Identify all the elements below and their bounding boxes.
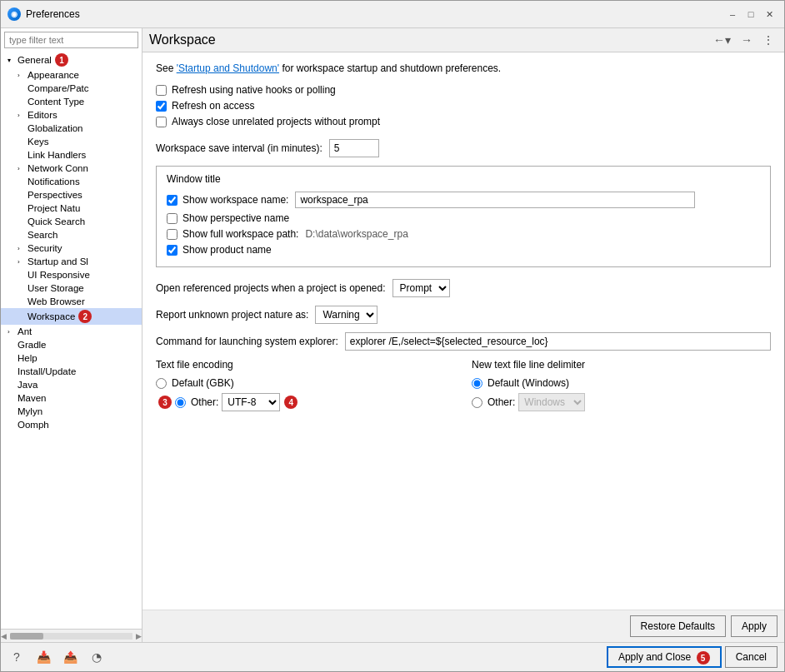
help-icon-btn[interactable]: ? bbox=[8, 648, 26, 666]
sidebar-item-java[interactable]: Java bbox=[1, 378, 142, 391]
import-icon-btn[interactable]: 📥 bbox=[34, 648, 52, 666]
sidebar-item-workspace[interactable]: Workspace 2 bbox=[1, 308, 142, 325]
sidebar-item-editors[interactable]: › Editors bbox=[1, 108, 142, 122]
sidebar-item-content-type[interactable]: Content Type bbox=[1, 95, 142, 108]
sidebar-label-workspace: Workspace bbox=[28, 311, 75, 321]
save-interval-input[interactable] bbox=[329, 139, 379, 157]
checkbox-show-workspace-name: Show workspace name: bbox=[167, 192, 760, 208]
sidebar-scrollbar[interactable]: ◀ ▶ bbox=[1, 629, 142, 642]
badge-5: 5 bbox=[697, 651, 710, 665]
window-title: Preferences bbox=[26, 8, 80, 20]
expand-arrow: ▾ bbox=[8, 57, 16, 64]
sidebar-label-startup: Startup and Sl bbox=[28, 256, 88, 266]
apply-button[interactable]: Apply bbox=[731, 615, 778, 637]
sidebar-label-maven: Maven bbox=[18, 393, 47, 403]
show-full-path-checkbox[interactable] bbox=[167, 229, 178, 240]
sidebar-item-link-handlers[interactable]: Link Handlers bbox=[1, 148, 142, 162]
checkbox-show-full-path: Show full workspace path: D:\data\worksp… bbox=[167, 228, 760, 240]
encoding-other-label: Other: bbox=[191, 396, 218, 408]
sidebar-label-general: General bbox=[18, 55, 52, 65]
sidebar-item-maven[interactable]: Maven bbox=[1, 391, 142, 405]
scroll-left-icon[interactable]: ◀ bbox=[1, 632, 7, 640]
expand-arrow-oomph bbox=[8, 421, 16, 429]
more-button[interactable]: ⋮ bbox=[759, 32, 778, 48]
back-button[interactable]: ←▾ bbox=[710, 32, 734, 48]
startup-shutdown-link[interactable]: 'Startup and Shutdown' bbox=[177, 62, 279, 74]
sidebar-item-keys[interactable]: Keys bbox=[1, 135, 142, 148]
refresh-native-checkbox[interactable] bbox=[156, 85, 167, 96]
refresh-access-checkbox[interactable] bbox=[156, 101, 167, 112]
restore-defaults-button[interactable]: Restore Defaults bbox=[630, 615, 726, 637]
forward-button[interactable]: → bbox=[738, 32, 756, 48]
sidebar-label-content-type: Content Type bbox=[28, 97, 84, 107]
show-workspace-name-checkbox[interactable] bbox=[167, 195, 178, 206]
maximize-button[interactable]: □ bbox=[742, 6, 759, 22]
sidebar-label-globalization: Globalization bbox=[28, 123, 82, 133]
delimiter-select[interactable]: Windows bbox=[518, 393, 585, 411]
report-unknown-select[interactable]: Warning Error Ignore bbox=[315, 306, 378, 324]
sidebar-label-mylyn: Mylyn bbox=[18, 406, 42, 416]
filter-input[interactable] bbox=[4, 32, 138, 48]
sidebar-item-general[interactable]: ▾ General 1 bbox=[1, 52, 142, 68]
sidebar-item-perspectives[interactable]: Perspectives bbox=[1, 188, 142, 202]
sidebar-item-project-natu[interactable]: Project Natu bbox=[1, 202, 142, 215]
main-checkboxes-section: Refresh using native hooks or polling Re… bbox=[156, 84, 771, 127]
sidebar-hscroll-track[interactable] bbox=[10, 633, 132, 640]
sidebar-item-security[interactable]: › Security bbox=[1, 241, 142, 255]
apply-close-button[interactable]: Apply and Close 5 bbox=[607, 646, 722, 668]
sidebar-item-startup[interactable]: › Startup and Sl bbox=[1, 255, 142, 268]
scroll-right-icon[interactable]: ▶ bbox=[136, 632, 142, 640]
encoding-other-radio[interactable] bbox=[175, 397, 186, 408]
encoding-default-radio[interactable] bbox=[156, 378, 167, 389]
sidebar-item-oomph[interactable]: Oomph bbox=[1, 418, 142, 431]
sidebar-hscroll-thumb[interactable] bbox=[10, 633, 43, 640]
expand-arrow-appearance: › bbox=[18, 72, 26, 79]
open-referenced-select[interactable]: Prompt Always Never Close bbox=[392, 279, 450, 297]
sidebar-item-search[interactable]: Search bbox=[1, 228, 142, 241]
minimize-button[interactable]: – bbox=[724, 6, 741, 22]
sidebar-item-mylyn[interactable]: Mylyn bbox=[1, 405, 142, 418]
sidebar-label-install: Install/Update bbox=[18, 366, 76, 376]
panel-body: See 'Startup and Shutdown' for workspace… bbox=[142, 52, 784, 610]
sidebar-item-notifications[interactable]: Notifications bbox=[1, 175, 142, 188]
encoding-default-row: Default (GBK) bbox=[156, 377, 455, 389]
workspace-name-input[interactable] bbox=[295, 192, 695, 208]
sidebar-item-compare[interactable]: Compare/Patc bbox=[1, 82, 142, 95]
close-button[interactable]: ✕ bbox=[761, 6, 778, 22]
expand-arrow-notif bbox=[18, 178, 26, 186]
cancel-button[interactable]: Cancel bbox=[725, 646, 778, 668]
expand-arrow-content bbox=[18, 98, 26, 106]
command-input[interactable] bbox=[345, 332, 771, 351]
sidebar-item-user-storage[interactable]: User Storage bbox=[1, 281, 142, 295]
save-interval-label: Workspace save interval (in minutes): bbox=[156, 142, 322, 154]
sidebar-item-ant[interactable]: › Ant bbox=[1, 325, 142, 338]
sidebar-item-install[interactable]: Install/Update bbox=[1, 365, 142, 378]
sidebar-label-ant: Ant bbox=[18, 326, 32, 336]
sidebar-item-network[interactable]: › Network Conn bbox=[1, 162, 142, 175]
encoding-select[interactable]: UTF-8 UTF-16 ISO-8859-1 bbox=[222, 393, 280, 411]
sidebar-label-link-handlers: Link Handlers bbox=[28, 150, 86, 160]
sidebar-item-help[interactable]: Help bbox=[1, 351, 142, 365]
encoding-default-label: Default (GBK) bbox=[172, 377, 234, 389]
close-unrelated-checkbox[interactable] bbox=[156, 117, 167, 127]
restore-apply-area: Restore Defaults Apply bbox=[142, 610, 784, 642]
sidebar-label-user-storage: User Storage bbox=[28, 283, 84, 293]
sidebar-label-project-natu: Project Natu bbox=[28, 203, 80, 213]
delimiter-other-radio[interactable] bbox=[472, 397, 482, 408]
info-text-prefix: See bbox=[156, 62, 177, 74]
delimiter-default-row: Default (Windows) bbox=[472, 377, 771, 389]
sidebar-item-globalization[interactable]: Globalization bbox=[1, 122, 142, 135]
show-product-checkbox[interactable] bbox=[167, 245, 178, 256]
show-full-path-label: Show full workspace path: bbox=[182, 228, 298, 240]
sidebar-label-security: Security bbox=[28, 243, 62, 253]
text-encoding-title: Text file encoding bbox=[156, 359, 455, 371]
delimiter-default-radio[interactable] bbox=[472, 378, 482, 389]
sidebar-item-quick-search[interactable]: Quick Search bbox=[1, 215, 142, 228]
export-icon-btn[interactable]: 📤 bbox=[61, 648, 79, 666]
sidebar-item-appearance[interactable]: › Appearance bbox=[1, 68, 142, 82]
sidebar-item-gradle[interactable]: Gradle bbox=[1, 338, 142, 351]
show-perspective-checkbox[interactable] bbox=[167, 213, 178, 224]
sidebar-item-ui-responsive[interactable]: UI Responsive bbox=[1, 268, 142, 281]
sidebar-item-web-browser[interactable]: Web Browser bbox=[1, 295, 142, 308]
settings-icon-btn[interactable]: ◔ bbox=[88, 648, 106, 666]
